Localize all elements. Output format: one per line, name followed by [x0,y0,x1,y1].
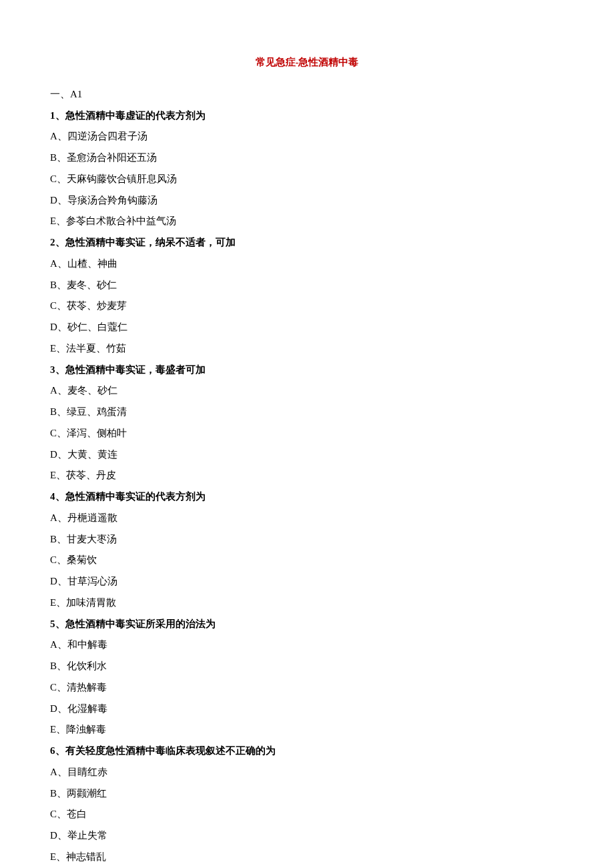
option-c: C、泽泻、侧柏叶 [50,424,564,443]
q4-stem-text: 急性酒精中毒实证的代表方剂为 [65,491,206,502]
q3-stem-text: 急性酒精中毒实证，毒盛者可加 [65,364,206,375]
option-b: B、圣愈汤合补阳还五汤 [50,149,564,167]
q3-number: 3 [50,364,55,375]
option-a: A、麦冬、砂仁 [50,382,564,400]
option-c: C、茯苓、炒麦芽 [50,297,564,316]
option-c: C、桑菊饮 [50,551,564,570]
option-d: D、砂仁、白蔻仁 [50,318,564,337]
option-c: C、苍白 [50,805,564,824]
option-a: A、和中解毒 [50,636,564,655]
option-a: A、山楂、神曲 [50,255,564,274]
q1-number: 1 [50,110,55,121]
option-e: E、茯苓、丹皮 [50,466,564,485]
question-stem: 4、急性酒精中毒实证的代表方剂为 [50,488,564,506]
option-d: D、甘草泻心汤 [50,572,564,591]
option-e: E、加味清胃散 [50,594,564,612]
question-5: 5、急性酒精中毒实证所采用的治法为 A、和中解毒 B、化饮利水 C、清热解毒 D… [50,615,564,740]
question-2: 2、急性酒精中毒实证，纳呆不适者，可加 A、山楂、神曲 B、麦冬、砂仁 C、茯苓… [50,234,564,358]
option-d: D、化湿解毒 [50,700,564,719]
question-1: 1、急性酒精中毒虚证的代表方剂为 A、四逆汤合四君子汤 B、圣愈汤合补阳还五汤 … [50,107,564,232]
q2-stem-text: 急性酒精中毒实证，纳呆不适者，可加 [65,237,236,248]
question-stem: 2、急性酒精中毒实证，纳呆不适者，可加 [50,234,564,252]
question-stem: 6、有关轻度急性酒精中毒临床表现叙述不正确的为 [50,742,564,761]
option-c: C、天麻钩藤饮合镇肝息风汤 [50,170,564,189]
option-e: E、法半夏、竹茹 [50,340,564,358]
option-e: E、参苓白术散合补中益气汤 [50,212,564,231]
question-stem: 1、急性酒精中毒虚证的代表方剂为 [50,107,564,125]
q2-number: 2 [50,237,55,248]
document-title: 常见急症-急性酒精中毒 [50,53,564,72]
q6-number: 6 [50,745,55,756]
question-4: 4、急性酒精中毒实证的代表方剂为 A、丹梔逍遥散 B、甘麦大枣汤 C、桑菊饮 D… [50,488,564,612]
q1-stem-text: 急性酒精中毒虚证的代表方剂为 [65,110,206,121]
q6-stem-text: 有关轻度急性酒精中毒临床表现叙述不正确的为 [65,745,276,756]
q4-number: 4 [50,491,55,502]
option-b: B、甘麦大枣汤 [50,530,564,549]
option-b: B、麦冬、砂仁 [50,276,564,295]
option-d: D、大黄、黄连 [50,446,564,464]
option-b: B、绿豆、鸡蛋清 [50,403,564,422]
question-stem: 5、急性酒精中毒实证所采用的治法为 [50,615,564,634]
option-a: A、目睛红赤 [50,763,564,782]
q5-number: 5 [50,618,55,629]
option-d: D、举止失常 [50,827,564,845]
q5-stem-text: 急性酒精中毒实证所采用的治法为 [65,618,216,629]
option-b: B、两颧潮红 [50,785,564,803]
question-stem: 3、急性酒精中毒实证，毒盛者可加 [50,361,564,380]
question-3: 3、急性酒精中毒实证，毒盛者可加 A、麦冬、砂仁 B、绿豆、鸡蛋清 C、泽泻、侧… [50,361,564,486]
option-a: A、丹梔逍遥散 [50,509,564,528]
option-c: C、清热解毒 [50,679,564,697]
question-6: 6、有关轻度急性酒精中毒临床表现叙述不正确的为 A、目睛红赤 B、两颧潮红 C、… [50,742,564,867]
option-e: E、神志错乱 [50,848,564,867]
option-a: A、四逆汤合四君子汤 [50,127,564,146]
option-e: E、降浊解毒 [50,721,564,739]
option-d: D、导痰汤合羚角钩藤汤 [50,191,564,210]
option-b: B、化饮利水 [50,657,564,676]
section-label: 一、A1 [50,85,564,104]
